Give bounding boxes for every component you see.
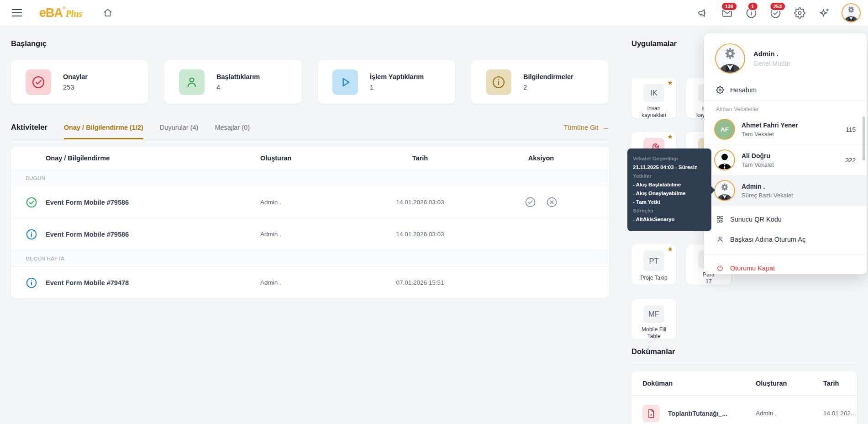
menu-item-label: Sunucu QR Kodu xyxy=(730,216,782,223)
card-label: Bilgilendirmeler xyxy=(523,73,573,80)
app-initials: IK xyxy=(643,84,664,102)
delegation-name: Admin . xyxy=(742,183,793,190)
card-label: İşlem Yaptıklarım xyxy=(370,73,424,80)
delegation-count: 115 xyxy=(846,126,856,133)
documents-section: Dokümanlar Doküman Oluşturan Tarih Topla… xyxy=(631,347,857,424)
row-date: 14.01.2026 03:03 xyxy=(356,231,484,238)
menu-item-sunucu-qr[interactable]: Sunucu QR Kodu xyxy=(704,209,867,229)
menu-item-baskasi-adina[interactable]: Başkası Adına Oturum Aç xyxy=(704,229,867,249)
reject-action-icon[interactable] xyxy=(546,196,558,208)
arrow-right-icon: → xyxy=(603,124,610,131)
tab-duyurular[interactable]: Duyurular (4) xyxy=(160,124,199,131)
home-icon[interactable] xyxy=(102,7,113,18)
top-bar: eBA®Plus 138 1 253 xyxy=(0,0,868,26)
tooltip-permission: - Akış Onaylayabilme xyxy=(633,189,706,198)
documents-table-header: Doküman Oluşturan Tarih xyxy=(631,371,857,395)
dropdown-scrollbar[interactable] xyxy=(863,117,865,160)
row-title: Event Form Mobile #79586 xyxy=(46,199,260,206)
messages-icon[interactable]: 138 xyxy=(721,7,733,19)
menu-item-oturumu-kapat[interactable]: Oturumu Kapat xyxy=(704,258,867,274)
delegation-type: Süreç Bazlı Vekalet xyxy=(742,192,793,199)
avatar: AF xyxy=(715,120,734,139)
play-icon xyxy=(332,69,358,95)
app-tile-proje-takip[interactable]: ★ PT Proje Takip xyxy=(631,244,676,285)
document-creator: Admin . xyxy=(756,410,823,417)
documents-table: Doküman Oluşturan Tarih ToplantıTutanağı… xyxy=(631,371,857,424)
app-tile-mobile-fill-table[interactable]: MF Mobile FillTable xyxy=(631,299,676,339)
messages-badge: 138 xyxy=(721,2,737,11)
baslangic-title: Başlangıç xyxy=(11,39,609,48)
approve-action-icon[interactable] xyxy=(525,196,536,208)
delegation-count: 322 xyxy=(845,157,856,164)
informations-icon[interactable]: 1 xyxy=(746,7,757,19)
approvals-icon[interactable]: 253 xyxy=(770,7,781,19)
tooltip-permission: - Tam Yetki xyxy=(633,198,706,207)
delegation-tooltip: Vekalet Geçerliliği 21.11.2025 04:03 - S… xyxy=(627,148,711,231)
announcements-icon[interactable] xyxy=(697,7,709,19)
activities-table-header: Onay / Bilgilendirme Oluşturan Tarih Aks… xyxy=(11,147,609,170)
card-baslattiklarim[interactable]: Başlattıklarım 4 xyxy=(164,60,302,104)
summary-cards: Onaylar 253 Başlattıklarım 4 İşlem Yap xyxy=(11,60,609,104)
col-aksiyon: Aksiyon xyxy=(484,154,598,162)
favorite-star-icon[interactable]: ★ xyxy=(667,245,673,253)
app-tile-insan-kaynaklari[interactable]: ★ IK insankaynaklari xyxy=(631,78,676,118)
tooltip-permission: - Akış Başlatabilme xyxy=(633,180,706,189)
settings-gear-icon[interactable] xyxy=(794,7,805,19)
activities-title: Aktiviteler xyxy=(11,123,47,132)
qr-code-icon xyxy=(716,215,724,223)
topbar-icons: 138 1 253 xyxy=(697,4,860,21)
hamburger-menu-icon[interactable] xyxy=(12,9,22,16)
power-icon xyxy=(716,264,724,272)
row-creator: Admin . xyxy=(260,231,356,238)
person-icon xyxy=(716,235,724,244)
delegation-type: Tam Vekalet xyxy=(742,131,798,138)
row-creator: Admin . xyxy=(260,199,356,206)
favorite-star-icon[interactable]: ★ xyxy=(667,133,673,140)
card-onaylar[interactable]: Onaylar 253 xyxy=(11,60,148,104)
main-content: Başlangıç Onaylar 253 Başlattıklarım 4 xyxy=(11,26,609,298)
activities-header: Aktiviteler Onay / Bilgilendirme (1/2) D… xyxy=(11,123,609,140)
delegation-name: Ahmet Fahri Yener xyxy=(742,122,798,129)
delegation-row-admin[interactable]: Admin . Süreç Bazlı Vekalet xyxy=(704,175,867,206)
pdf-file-icon xyxy=(642,405,660,422)
divider xyxy=(631,363,857,363)
profile-name: Admin . xyxy=(753,50,790,58)
profile-header: Admin . Genel Müdür xyxy=(704,33,867,80)
table-row[interactable]: Event Form Mobile #79586 Admin . 14.01.2… xyxy=(11,218,609,250)
card-label: Başlattıklarım xyxy=(216,73,260,80)
go-all-link[interactable]: Tümüne Git→ xyxy=(564,124,609,131)
profile-dropdown-menu: Admin . Genel Müdür Hesabım Alınan Vekal… xyxy=(704,33,867,274)
card-bilgilendirmeler[interactable]: Bilgilendirmeler 2 xyxy=(471,60,609,104)
col-tarih: Tarih xyxy=(823,380,857,387)
app-initials: MF xyxy=(643,305,664,323)
table-row[interactable]: Event Form Mobile #79478 Admin . 07.01.2… xyxy=(11,266,609,298)
eba-plus-logo[interactable]: eBA®Plus xyxy=(39,6,82,20)
menu-item-label: Başkası Adına Oturum Aç xyxy=(730,236,805,243)
delegation-row-ali[interactable]: Ali Doğru Tam Vekalet 322 xyxy=(704,145,867,175)
favorite-star-icon[interactable]: ★ xyxy=(667,79,673,86)
dashboard-screen: eBA®Plus 138 1 253 xyxy=(0,0,868,424)
tooltip-permissions-label: Yetkiler xyxy=(633,172,706,180)
card-count: 4 xyxy=(216,84,260,91)
activities-table: Onay / Bilgilendirme Oluşturan Tarih Aks… xyxy=(11,147,609,298)
info-circle-icon xyxy=(26,277,37,289)
delegations-section-label: Alınan Vekaletler xyxy=(704,101,867,114)
delegation-name: Ali Doğru xyxy=(742,152,774,159)
menu-item-label: Hesabım xyxy=(730,86,757,94)
card-islem-yaptiklarim[interactable]: İşlem Yaptıklarım 1 xyxy=(318,60,455,104)
go-all-label: Tümüne Git xyxy=(564,124,599,131)
tab-onay-bilgilendirme[interactable]: Onay / Bilgilendirme (1/2) xyxy=(64,124,143,131)
divider xyxy=(704,254,867,254)
document-row[interactable]: ToplantıTutanağı_... Admin . 14.01.202..… xyxy=(631,395,857,424)
ai-sparkles-icon[interactable] xyxy=(818,7,830,19)
delegation-row-ahmet[interactable]: AF Ahmet Fahri Yener Tam Vekalet 115 xyxy=(704,114,867,145)
profile-avatar[interactable] xyxy=(842,4,860,21)
table-row[interactable]: Event Form Mobile #79586 Admin . 14.01.2… xyxy=(11,186,609,218)
menu-item-hesabim[interactable]: Hesabım xyxy=(704,80,867,100)
info-icon xyxy=(486,69,511,95)
tooltip-validity-value: 21.11.2025 04:03 - Süresiz xyxy=(633,163,706,172)
profile-avatar-large xyxy=(716,44,744,73)
approved-check-icon xyxy=(26,196,37,208)
col-onay-bilgilendirme: Onay / Bilgilendirme xyxy=(46,154,260,162)
tab-mesajlar[interactable]: Mesajlar (0) xyxy=(215,124,250,131)
